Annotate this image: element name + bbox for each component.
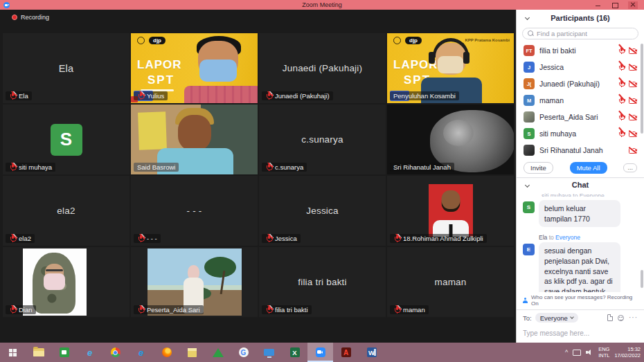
muted-mic-icon: [137, 235, 144, 242]
muted-mic-icon: [618, 114, 625, 121]
taskbar-file-explorer[interactable]: [26, 343, 51, 362]
participant-name: maman: [539, 96, 613, 105]
speaker-icon[interactable]: [586, 349, 593, 356]
palm-trees: [204, 257, 236, 278]
chat-input[interactable]: [523, 329, 638, 337]
minimize-button[interactable]: [595, 2, 602, 8]
muted-mic-icon: [618, 64, 625, 71]
network-icon[interactable]: [573, 350, 581, 356]
window-title: Zoom Meeting: [302, 1, 342, 8]
video-tile-ela[interactable]: Ela Ela: [3, 33, 129, 103]
video-tile-sri-rihanatul[interactable]: Sri Rihanatul Janah: [387, 105, 514, 174]
taskbar-notes[interactable]: [179, 343, 205, 362]
drive-icon: [213, 348, 224, 357]
collapse-chevron-icon[interactable]: [525, 15, 530, 20]
recipient-dropdown[interactable]: Everyone: [535, 313, 578, 323]
muted-mic-icon: [265, 235, 272, 242]
taskbar-firefox[interactable]: [154, 343, 179, 362]
headphone-cup: [429, 52, 435, 64]
zoom-icon: [316, 347, 325, 357]
video-tile-dian[interactable]: Dian: [3, 247, 129, 317]
muted-mic-icon: [9, 92, 16, 100]
chat-more-icon[interactable]: ···: [629, 314, 638, 321]
chat-messages[interactable]: siti muhaya to Everyone S belum keluar t…: [517, 192, 644, 292]
start-button[interactable]: [0, 343, 26, 362]
emoji-icon[interactable]: [618, 315, 624, 321]
taskbar-excel[interactable]: X: [282, 343, 307, 362]
participant-row[interactable]: S siti muhaya: [517, 125, 644, 142]
clock[interactable]: 15:32 17/02/2022: [614, 346, 641, 359]
tray-expand-icon[interactable]: ^: [565, 349, 568, 356]
google-icon: G: [239, 347, 249, 357]
tile-name-label: 18.Rohiman Ahmad Zulkipli: [403, 235, 483, 242]
video-tile-ela2[interactable]: ela2 ela2: [3, 176, 129, 246]
muted-mic-icon: [137, 306, 144, 314]
djp-logo: djp: [405, 37, 422, 44]
taskbar-zoom-active[interactable]: [307, 343, 333, 362]
chat-recipient-row: To: Everyone ···: [517, 309, 644, 323]
video-tile-said-basrowi-active-speaker[interactable]: Said Basrowi: [131, 105, 258, 174]
collapse-chevron-icon[interactable]: [525, 183, 530, 188]
tile-name-label: ela2: [19, 235, 31, 242]
video-tile-rohiman[interactable]: 18.Rohiman Ahmad Zulkipli: [387, 176, 514, 246]
video-off-icon: [628, 97, 637, 104]
tile-name-label: Ela: [19, 92, 28, 100]
person-icon: [522, 298, 528, 304]
more-options-button[interactable]: ...: [623, 163, 637, 172]
muted-mic-icon: [618, 130, 625, 138]
attach-file-icon[interactable]: [607, 314, 613, 321]
muted-mic-icon: [618, 80, 625, 88]
video-tile-maman[interactable]: maman maman: [387, 247, 514, 317]
participant-row[interactable]: FT filia tri bakti: [517, 42, 644, 59]
video-tile-junaedi[interactable]: Junaedi (Pakuhaji) Junaedi (Pakuhaji): [259, 33, 386, 103]
participant-row[interactable]: Peserta_Aida Sari: [517, 109, 644, 125]
file-explorer-icon: [33, 348, 44, 356]
id-photo: [429, 184, 473, 237]
search-input[interactable]: [537, 30, 633, 37]
taskbar-internet-explorer[interactable]: e: [77, 343, 102, 362]
video-tile-filia[interactable]: filia tri bakti filia tri bakti: [259, 247, 386, 317]
participant-search[interactable]: [522, 28, 638, 39]
taskbar-edge[interactable]: e: [128, 343, 154, 362]
participant-row[interactable]: M maman: [517, 92, 644, 109]
invite-button[interactable]: Invite: [524, 162, 553, 174]
video-off-icon: [628, 147, 637, 154]
recording-dot-icon: [12, 15, 17, 20]
language-indicator[interactable]: ENG INTL: [598, 346, 609, 359]
video-off-icon: [628, 64, 637, 71]
participant-row[interactable]: Sri Rihanatul Janah: [517, 142, 644, 159]
close-button[interactable]: [628, 1, 638, 9]
video-tile-penyuluhan-kosambi[interactable]: djp KPP Pratama Kosambi LAPOR SPT Penyul…: [387, 33, 514, 103]
taskbar-store[interactable]: [51, 343, 77, 362]
taskbar-word[interactable]: W: [359, 343, 384, 362]
participants-scrollbar[interactable]: [641, 44, 643, 134]
taskbar-google[interactable]: G: [231, 343, 256, 362]
taskbar-remote-desktop[interactable]: [256, 343, 282, 362]
zoom-meeting-window: Zoom Meeting Recording Ela Ela djp LAPOR…: [0, 0, 644, 362]
taskbar-acrobat[interactable]: A: [333, 343, 359, 362]
chat-message: E sesuai dengan penjelasan pak Dwi, exce…: [523, 242, 638, 292]
taskbar-chrome[interactable]: [102, 343, 128, 362]
video-tile-siti-muhaya[interactable]: S siti muhaya: [3, 105, 129, 174]
video-tile-jessica[interactable]: Jessica Jessica: [259, 176, 386, 246]
photo-avatar: [524, 111, 535, 123]
participant-name: Junaedi (Pakuhaji): [539, 80, 613, 88]
chat-scrollbar[interactable]: [641, 270, 643, 288]
mute-all-button[interactable]: Mute All: [570, 162, 607, 174]
system-tray: ^ ENG INTL 15:32 17/02/2022: [565, 343, 644, 362]
chevron-down-icon: [570, 315, 574, 319]
video-tile-aida[interactable]: Peserta_Aida Sari: [131, 247, 258, 317]
participant-row[interactable]: J( Junaedi (Pakuhaji): [517, 75, 644, 92]
taskbar-drive[interactable]: [205, 343, 231, 362]
muted-mic-icon: [265, 92, 272, 100]
video-tile-dashes[interactable]: - - - - - -: [131, 176, 258, 246]
chat-message-header-clipped: siti muhaya to Everyone: [523, 192, 638, 197]
participant-row[interactable]: J Jessica: [517, 59, 644, 75]
recording-indicator[interactable]: Recording: [12, 14, 49, 21]
video-tile-csunarya[interactable]: c.sunarya c.sunarya: [259, 105, 386, 174]
chat-message-header: Ela to Everyone: [539, 234, 638, 241]
muted-mic-icon: [9, 163, 16, 171]
maximize-button[interactable]: [611, 2, 618, 8]
video-tile-yulius[interactable]: djp LAPOR SPT Yulius: [131, 33, 258, 103]
chat-bubble: belum keluar tampilan 1770: [539, 200, 620, 227]
